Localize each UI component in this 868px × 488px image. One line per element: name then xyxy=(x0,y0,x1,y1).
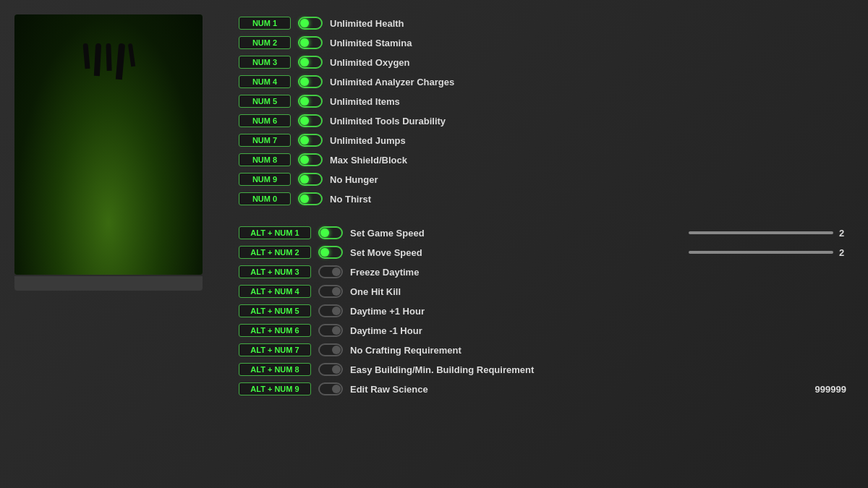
cheat-label: Daytime +1 Hour xyxy=(350,306,854,317)
toggle-switch[interactable] xyxy=(298,134,323,147)
cheat-row: ALT + NUM 1Set Game Speed2 xyxy=(239,224,854,241)
key-badge[interactable]: NUM 5 xyxy=(239,95,291,108)
key-badge[interactable]: NUM 4 xyxy=(239,75,291,88)
cheat-row: NUM 7Unlimited Jumps xyxy=(239,132,854,149)
key-badge-alt[interactable]: ALT + NUM 3 xyxy=(239,265,311,278)
key-badge[interactable]: NUM 7 xyxy=(239,134,291,147)
slider-track[interactable] xyxy=(689,251,833,254)
cheat-row: ALT + NUM 4One Hit Kill xyxy=(239,283,854,300)
cheat-row: ALT + NUM 7No Crafting Requirement xyxy=(239,341,854,359)
cheat-row: NUM 8Max Shield/Block xyxy=(239,151,854,168)
toggle-switch[interactable] xyxy=(298,17,323,30)
cheat-label: Unlimited Health xyxy=(330,18,854,29)
cheat-row: NUM 4Unlimited Analyzer Charges xyxy=(239,73,854,90)
key-badge-alt[interactable]: ALT + NUM 8 xyxy=(239,363,311,376)
cheat-row: ALT + NUM 6Daytime -1 Hour xyxy=(239,322,854,339)
toggle-switch[interactable] xyxy=(298,75,323,88)
cheat-label: Unlimited Items xyxy=(330,96,854,107)
key-badge-alt[interactable]: ALT + NUM 2 xyxy=(239,246,311,259)
cheat-row: NUM 2Unlimited Stamina xyxy=(239,34,854,51)
cheat-row: NUM 9No Hunger xyxy=(239,171,854,188)
left-panel xyxy=(14,14,203,291)
toggle-switch[interactable] xyxy=(298,173,323,186)
toggle-switch[interactable] xyxy=(318,226,343,239)
key-badge[interactable]: NUM 6 xyxy=(239,114,291,127)
cheat-label: Unlimited Tools Durability xyxy=(330,116,854,127)
toggle-switch[interactable] xyxy=(318,304,343,317)
slider-value: 2 xyxy=(839,228,854,239)
cheat-row: ALT + NUM 5Daytime +1 Hour xyxy=(239,302,854,320)
toggle-switch[interactable] xyxy=(318,382,343,395)
toggle-switch[interactable] xyxy=(318,246,343,259)
right-panel: NUM 1Unlimited HealthNUM 2Unlimited Stam… xyxy=(239,14,854,400)
key-badge-alt[interactable]: ALT + NUM 5 xyxy=(239,304,311,317)
key-badge-alt[interactable]: ALT + NUM 6 xyxy=(239,324,311,337)
main-window: NUM 1Unlimited HealthNUM 2Unlimited Stam… xyxy=(0,0,868,488)
key-badge[interactable]: NUM 0 xyxy=(239,192,291,205)
slider-container: 2 xyxy=(689,228,854,239)
toggle-switch[interactable] xyxy=(298,56,323,69)
cheat-row: NUM 0No Thirst xyxy=(239,190,854,207)
cheat-row: ALT + NUM 3Freeze Daytime xyxy=(239,263,854,281)
key-badge[interactable]: NUM 3 xyxy=(239,56,291,69)
key-badge-alt[interactable]: ALT + NUM 4 xyxy=(239,285,311,298)
cheat-row: NUM 6Unlimited Tools Durability xyxy=(239,112,854,129)
key-badge-alt[interactable]: ALT + NUM 9 xyxy=(239,382,311,395)
cheat-row: ALT + NUM 8Easy Building/Min. Building R… xyxy=(239,361,854,378)
key-badge[interactable]: NUM 1 xyxy=(239,17,291,30)
key-badge[interactable]: NUM 2 xyxy=(239,36,291,49)
cheat-label: Set Game Speed xyxy=(350,228,681,239)
slider-track[interactable] xyxy=(689,231,833,234)
num-cheats-section: NUM 1Unlimited HealthNUM 2Unlimited Stam… xyxy=(239,14,854,207)
slider-container: 2 xyxy=(689,247,854,258)
toggle-switch[interactable] xyxy=(298,95,323,108)
toggle-switch[interactable] xyxy=(318,324,343,337)
cheat-label: No Thirst xyxy=(330,194,854,205)
cheat-row: NUM 3Unlimited Oxygen xyxy=(239,53,854,71)
toggle-switch[interactable] xyxy=(298,36,323,49)
edit-value[interactable]: 999999 xyxy=(815,384,854,395)
cheat-label: Set Move Speed xyxy=(350,247,681,258)
toggle-switch[interactable] xyxy=(318,343,343,356)
cheat-row: ALT + NUM 9Edit Raw Science999999 xyxy=(239,380,854,398)
slider-value: 2 xyxy=(839,247,854,258)
cheat-label: Max Shield/Block xyxy=(330,155,854,166)
cheat-label: Unlimited Stamina xyxy=(330,38,854,48)
cheat-label: Unlimited Jumps xyxy=(330,135,854,146)
cheat-label: No Crafting Requirement xyxy=(350,345,854,356)
key-badge[interactable]: NUM 9 xyxy=(239,173,291,186)
silhouettes xyxy=(14,43,203,80)
toggle-switch[interactable] xyxy=(318,285,343,298)
cheat-label: Easy Building/Min. Building Requirement xyxy=(350,364,854,375)
cheat-label: No Hunger xyxy=(330,174,854,185)
toggle-switch[interactable] xyxy=(318,265,343,278)
toggle-switch[interactable] xyxy=(298,114,323,127)
toggle-switch[interactable] xyxy=(298,153,323,166)
cheat-label: Unlimited Analyzer Charges xyxy=(330,77,854,87)
cheat-label: Daytime -1 Hour xyxy=(350,325,854,336)
key-badge-alt[interactable]: ALT + NUM 1 xyxy=(239,226,311,239)
trainer-label xyxy=(14,276,203,291)
cheat-row: NUM 5Unlimited Items xyxy=(239,93,854,110)
key-badge[interactable]: NUM 8 xyxy=(239,153,291,166)
cheat-label: One Hit Kill xyxy=(350,286,854,297)
cheat-row: NUM 1Unlimited Health xyxy=(239,14,854,32)
cheat-label: Freeze Daytime xyxy=(350,267,854,278)
cheat-row: ALT + NUM 2Set Move Speed2 xyxy=(239,244,854,261)
toggle-switch[interactable] xyxy=(318,363,343,376)
game-image xyxy=(14,14,203,275)
cheat-label: Edit Raw Science xyxy=(350,384,815,395)
key-badge-alt[interactable]: ALT + NUM 7 xyxy=(239,343,311,356)
alt-cheats-section: ALT + NUM 1Set Game Speed2ALT + NUM 2Set… xyxy=(239,224,854,398)
toggle-switch[interactable] xyxy=(298,192,323,205)
cheat-label: Unlimited Oxygen xyxy=(330,57,854,68)
